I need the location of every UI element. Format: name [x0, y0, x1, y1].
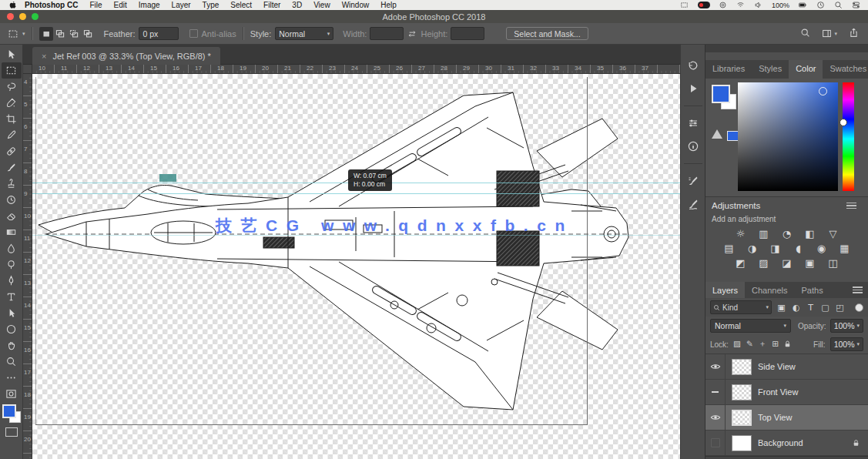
selective-color-icon[interactable]: ▣ — [801, 256, 819, 270]
opacity-select[interactable]: 100% ▾ — [830, 319, 863, 333]
color-picker-indicator[interactable] — [819, 87, 827, 95]
menu-type[interactable]: Type — [203, 1, 220, 9]
hand-tool[interactable] — [2, 337, 22, 353]
gamut-warning-icon[interactable] — [712, 129, 722, 139]
layer-visibility-toggle[interactable] — [705, 405, 726, 430]
actions-panel-icon[interactable] — [683, 79, 703, 99]
filter-type-layers-icon[interactable]: T — [804, 301, 817, 313]
new-selection-mode-button[interactable] — [39, 27, 53, 41]
history-brush-tool[interactable] — [2, 192, 22, 208]
lock-artboard-icon[interactable]: ⊞ — [772, 339, 779, 350]
control-center-icon[interactable] — [851, 1, 860, 9]
filter-adjustment-layers-icon[interactable]: ◐ — [789, 301, 803, 313]
layer-thumbnail[interactable] — [732, 435, 752, 451]
filter-pixel-layers-icon[interactable]: ▣ — [775, 301, 788, 313]
info-panel-icon[interactable] — [683, 136, 703, 156]
color-lookup-icon[interactable]: ▦ — [836, 242, 854, 255]
gradient-tool[interactable] — [2, 224, 22, 240]
layer-visibility-toggle[interactable] — [705, 354, 726, 379]
share-icon[interactable] — [849, 28, 859, 39]
spot-healing-tool[interactable] — [2, 143, 22, 159]
workspace-switcher[interactable]: ▾ — [822, 28, 837, 39]
brush-tool[interactable] — [2, 159, 22, 176]
invert-icon[interactable]: ◩ — [732, 256, 750, 270]
properties-panel-icon[interactable] — [683, 113, 703, 133]
channel-mixer-icon[interactable]: ◉ — [813, 242, 831, 255]
layer-row-top-view[interactable]: Top View — [705, 405, 868, 431]
history-panel-icon[interactable] — [683, 55, 703, 75]
vibrance-icon[interactable]: ▽ — [824, 227, 843, 240]
menu-image[interactable]: Image — [139, 1, 160, 9]
quick-selection-tool[interactable] — [2, 95, 22, 111]
foreground-color-swatch[interactable] — [2, 404, 16, 418]
tab-channels[interactable]: Channels — [745, 282, 794, 298]
crop-tool[interactable] — [2, 111, 22, 127]
menu-file[interactable]: File — [89, 1, 102, 9]
threshold-icon[interactable]: ◪ — [778, 256, 796, 270]
volume-icon[interactable] — [754, 1, 763, 9]
screenshot-icon[interactable] — [680, 1, 689, 9]
zoom-tool[interactable] — [2, 353, 22, 370]
gamut-color-chip[interactable] — [727, 131, 739, 141]
search-icon[interactable] — [800, 28, 810, 39]
tool-preset-icon[interactable] — [6, 27, 20, 41]
lock-transparent-pixels-icon[interactable]: ▨ — [733, 339, 741, 350]
blend-mode-select[interactable]: Normal ▾ — [710, 319, 791, 333]
menu-edit[interactable]: Edit — [114, 1, 127, 9]
blur-tool[interactable] — [2, 240, 22, 256]
apple-menu-icon[interactable] — [8, 1, 17, 9]
dodge-tool[interactable] — [2, 256, 22, 273]
lock-all-icon[interactable] — [783, 340, 792, 350]
panel-menu-icon[interactable] — [853, 285, 863, 295]
layer-visibility-toggle[interactable] — [705, 431, 726, 455]
filter-smart-objects-icon[interactable]: ◰ — [833, 301, 846, 313]
path-selection-tool[interactable] — [2, 305, 22, 321]
menu-layer[interactable]: Layer — [172, 1, 191, 9]
quick-mask-button[interactable] — [2, 386, 22, 402]
filter-kind-select[interactable]: Kind ▾ — [710, 300, 772, 314]
type-tool[interactable] — [2, 289, 22, 305]
eyedropper-tool[interactable] — [2, 127, 22, 143]
color-balance-icon[interactable]: ◑ — [743, 242, 762, 255]
subtract-selection-mode-button[interactable] — [67, 27, 81, 41]
photo-filter-icon[interactable]: ◖ — [789, 242, 808, 255]
layer-thumbnail[interactable] — [732, 410, 752, 426]
clone-stamp-tool[interactable] — [2, 176, 22, 192]
saturation-brightness-picker[interactable] — [738, 82, 838, 191]
layer-row-front-view[interactable]: Front View — [705, 380, 868, 405]
tab-layers[interactable]: Layers — [705, 282, 745, 298]
screen-mode-button[interactable] — [5, 427, 18, 437]
height-input[interactable] — [451, 27, 484, 40]
eraser-tool[interactable] — [2, 208, 22, 224]
tab-color[interactable]: Color — [789, 60, 823, 79]
spotlight-search-icon[interactable] — [833, 1, 843, 9]
panel-foreground-swatch[interactable] — [712, 85, 730, 103]
canvas-viewport[interactable]: 技艺CG www.qdnxxfb.cn W: 0.07 cm H: 0.00 c… — [32, 74, 680, 459]
ellipse-tool[interactable] — [2, 321, 22, 337]
layer-name[interactable]: Top View — [758, 413, 868, 422]
guide-line[interactable] — [32, 193, 680, 194]
menu-filter[interactable]: Filter — [263, 1, 280, 9]
horizontal-ruler[interactable]: 1011121314151617181920212223242526272829… — [32, 65, 680, 74]
style-select[interactable]: Normal ▾ — [275, 27, 333, 40]
menu-photoshop-cc[interactable]: Photoshop CC — [25, 1, 78, 9]
feather-input[interactable]: 0 px — [139, 27, 179, 40]
layer-name[interactable]: Background — [758, 438, 852, 447]
hue-slider-knob[interactable] — [840, 119, 847, 126]
move-tool[interactable] — [2, 46, 22, 62]
tab-libraries[interactable]: Libraries — [705, 60, 752, 79]
add-to-selection-mode-button[interactable] — [53, 27, 67, 41]
layer-visibility-toggle[interactable] — [705, 380, 726, 404]
lasso-tool[interactable] — [2, 79, 22, 95]
pen-tool[interactable] — [2, 273, 22, 289]
edit-toolbar-button[interactable] — [2, 370, 22, 386]
ruler-corner[interactable] — [23, 65, 32, 74]
filter-toggle[interactable] — [855, 303, 863, 312]
lock-image-pixels-icon[interactable]: ✎ — [746, 339, 753, 350]
layer-row-side-view[interactable]: Side View — [705, 354, 868, 380]
panel-menu-icon[interactable] — [846, 201, 856, 211]
menu-help[interactable]: Help — [380, 1, 397, 9]
close-icon[interactable]: × — [42, 52, 46, 61]
exposure-icon[interactable]: ◧ — [801, 227, 819, 240]
menu-view[interactable]: View — [313, 1, 330, 9]
